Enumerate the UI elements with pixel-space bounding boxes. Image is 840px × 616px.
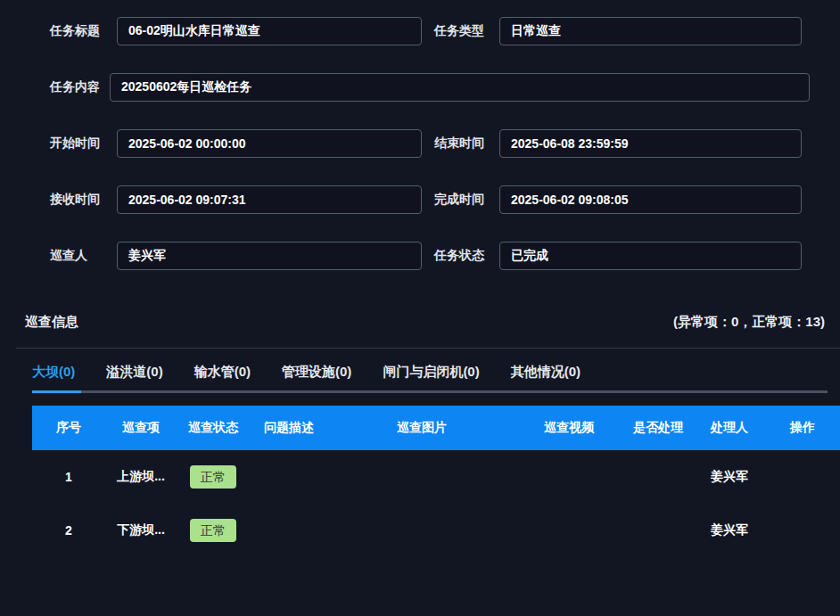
form-row-start-end: 开始时间 结束时间 bbox=[0, 129, 840, 158]
task-status-label: 任务状态 bbox=[431, 248, 499, 264]
table-row: 1 上游坝... 正常 姜兴军 bbox=[32, 450, 840, 504]
finish-time-label: 完成时间 bbox=[431, 192, 499, 208]
task-content-label: 任务内容 bbox=[50, 79, 110, 95]
col-header-pictures: 巡查图片 bbox=[328, 420, 515, 436]
inspector-input[interactable] bbox=[117, 242, 422, 270]
form-row-content: 任务内容 bbox=[0, 73, 840, 102]
tab-yihongdao[interactable]: 溢洪道(0) bbox=[106, 364, 162, 381]
form-row-receive-finish: 接收时间 完成时间 bbox=[0, 185, 840, 214]
tab-zhamen[interactable]: 闸门与启闭机(0) bbox=[383, 364, 479, 381]
col-header-no: 序号 bbox=[32, 420, 105, 436]
section-title: 巡查信息 bbox=[25, 314, 78, 331]
status-badge: 正常 bbox=[190, 465, 236, 489]
col-header-status: 巡查状态 bbox=[177, 420, 250, 436]
form-row-inspector-status: 巡查人 任务状态 bbox=[0, 242, 840, 270]
end-time-label: 结束时间 bbox=[431, 136, 499, 152]
tab-guanlisheshi[interactable]: 管理设施(0) bbox=[282, 364, 351, 381]
row-no: 2 bbox=[32, 523, 105, 538]
task-title-label: 任务标题 bbox=[50, 23, 117, 39]
inspection-table: 序号 巡查项 巡查状态 问题描述 巡查图片 巡查视频 是否处理 处理人 操作 1… bbox=[32, 406, 840, 557]
receive-time-label: 接收时间 bbox=[50, 192, 117, 208]
abnormal-normal-counter: (异常项：0，正常项：13) bbox=[673, 314, 825, 331]
start-time-label: 开始时间 bbox=[50, 136, 117, 152]
row-status: 正常 bbox=[177, 519, 250, 542]
tab-shushuiguan[interactable]: 输水管(0) bbox=[194, 364, 251, 381]
col-header-handled: 是否处理 bbox=[622, 420, 694, 436]
active-tab-indicator bbox=[32, 390, 81, 393]
inspector-label: 巡查人 bbox=[50, 248, 117, 264]
row-item: 下游坝... bbox=[105, 522, 177, 538]
tab-underline-track bbox=[32, 390, 828, 393]
task-title-input[interactable] bbox=[117, 17, 422, 45]
col-header-desc: 问题描述 bbox=[250, 420, 328, 436]
col-header-handler: 处理人 bbox=[694, 420, 765, 436]
row-status: 正常 bbox=[177, 465, 250, 489]
task-status-input[interactable] bbox=[499, 242, 802, 270]
table-row: 2 下游坝... 正常 姜兴军 bbox=[32, 504, 840, 557]
row-item: 上游坝... bbox=[105, 469, 177, 485]
task-type-input[interactable] bbox=[499, 17, 802, 45]
row-handler: 姜兴军 bbox=[694, 469, 765, 485]
end-time-input[interactable] bbox=[499, 129, 802, 158]
finish-time-input[interactable] bbox=[499, 185, 802, 214]
category-tabs: 大坝(0) 溢洪道(0) 输水管(0) 管理设施(0) 闸门与启闭机(0) 其他… bbox=[0, 349, 840, 381]
receive-time-input[interactable] bbox=[117, 185, 422, 214]
task-type-label: 任务类型 bbox=[431, 23, 499, 39]
col-header-item: 巡查项 bbox=[105, 420, 177, 436]
task-content-input[interactable] bbox=[110, 73, 810, 102]
inspection-info-header: 巡查信息 (异常项：0，正常项：13) bbox=[0, 298, 840, 333]
tab-daba[interactable]: 大坝(0) bbox=[32, 364, 75, 381]
status-badge: 正常 bbox=[190, 519, 236, 542]
row-handler: 姜兴军 bbox=[694, 522, 765, 538]
col-header-actions: 操作 bbox=[765, 420, 840, 436]
task-detail-page: 任务标题 任务类型 任务内容 开始时间 结束时间 接收时间 完成时间 巡查人 任… bbox=[0, 0, 840, 616]
table-header-row: 序号 巡查项 巡查状态 问题描述 巡查图片 巡查视频 是否处理 处理人 操作 bbox=[32, 406, 840, 450]
form-row-title-type: 任务标题 任务类型 bbox=[0, 17, 840, 45]
row-no: 1 bbox=[32, 470, 105, 484]
col-header-videos: 巡查视频 bbox=[515, 420, 622, 436]
start-time-input[interactable] bbox=[117, 129, 422, 158]
tab-qita[interactable]: 其他情况(0) bbox=[511, 364, 581, 381]
